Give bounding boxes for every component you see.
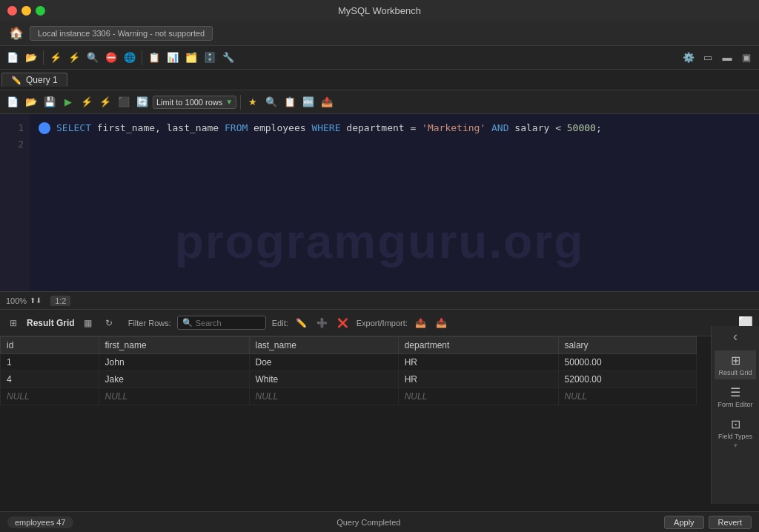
grid-view-icon[interactable]: ▦ <box>81 316 96 330</box>
query-run-line-icon[interactable]: ⚡ <box>97 94 113 110</box>
stop-icon[interactable]: ⛔ <box>103 50 119 66</box>
table-cell-first_name: John <box>99 354 249 371</box>
refresh-results-icon[interactable]: ↻ <box>102 316 116 330</box>
import-icon[interactable]: 📥 <box>434 316 449 330</box>
search-icon[interactable]: 🔍 <box>84 50 101 66</box>
revert-button[interactable]: Revert <box>709 516 752 529</box>
status-message: Query Completed <box>337 518 400 527</box>
zoom-control[interactable]: 100% ⬆⬇ <box>6 296 42 305</box>
limit-dropdown-label: Limit to 1000 rows <box>156 98 222 107</box>
table-header-row: id first_name last_name department salar… <box>1 337 697 354</box>
table-cell-salary: 52000.00 <box>558 371 696 388</box>
result-grid-icon[interactable]: ⊞ <box>6 316 21 330</box>
separator <box>43 50 44 65</box>
schema-icon[interactable]: 🌐 <box>122 50 138 66</box>
col-header-department[interactable]: department <box>398 337 558 354</box>
query-tab-bar: ✏️ Query 1 <box>0 70 759 90</box>
results-table-wrapper[interactable]: › id first_name last_name department sal… <box>0 336 759 492</box>
right-panel-result-grid[interactable]: ⊞ Result Grid <box>715 350 756 379</box>
export-icon[interactable]: 📤 <box>414 316 428 330</box>
col-header-first-name[interactable]: first_name <box>99 337 249 354</box>
kw-where: WHERE <box>311 120 340 136</box>
table-edit-icon[interactable]: 📊 <box>165 50 181 66</box>
view2-icon[interactable]: ▬ <box>719 50 735 66</box>
query-run-icon[interactable]: ▶ <box>60 94 76 110</box>
search-input[interactable] <box>196 319 262 327</box>
query-export-icon[interactable]: 📤 <box>319 94 335 110</box>
query-format-icon[interactable]: 🔤 <box>300 94 316 110</box>
table-row[interactable]: 4JakeWhiteHR52000.00 <box>1 371 697 388</box>
chevron-down-icon: ▾ <box>734 442 738 449</box>
execute-icon[interactable]: ⚡ <box>66 50 82 66</box>
right-panel-scroll-arrow[interactable]: ‹ <box>733 329 738 345</box>
minimize-button[interactable] <box>21 6 31 16</box>
edit-pencil-icon[interactable]: ✏️ <box>294 316 309 330</box>
home-icon[interactable]: 🏠 <box>6 23 27 44</box>
separator2 <box>142 50 142 65</box>
table-drop-icon[interactable]: 🗂️ <box>183 50 199 66</box>
query-explain-icon[interactable]: 📋 <box>282 94 298 110</box>
query-open-icon[interactable]: 📂 <box>23 94 39 110</box>
tools-icon[interactable]: 🔧 <box>220 50 236 66</box>
kw-select: SELECT <box>56 120 91 136</box>
table-row[interactable]: NULLNULLNULLNULLNULL <box>1 388 697 405</box>
maximize-button[interactable] <box>36 6 45 16</box>
col-header-salary[interactable]: salary <box>558 337 696 354</box>
table-badge[interactable]: employees 47 <box>7 516 73 528</box>
close-button[interactable] <box>7 6 17 16</box>
col-header-id[interactable]: id <box>1 337 99 354</box>
table-cell-last_name: Doe <box>249 354 398 371</box>
query-tab[interactable]: ✏️ Query 1 <box>1 73 67 87</box>
table-add-icon[interactable]: 📋 <box>146 50 162 66</box>
db-icon[interactable]: 🗄️ <box>202 50 218 66</box>
table-row[interactable]: 1JohnDoeHR50000.00 <box>1 354 697 371</box>
settings-icon[interactable]: ⚙️ <box>680 50 697 66</box>
query-save-icon[interactable]: 💾 <box>42 94 58 110</box>
query-star-icon[interactable]: ★ <box>245 94 261 110</box>
query-stop-icon[interactable]: ⬛ <box>116 94 132 110</box>
results-tbody: 1JohnDoeHR50000.004JakeWhiteHR52000.00NU… <box>1 354 697 405</box>
dropdown-arrow-icon: ▼ <box>225 98 233 106</box>
apply-button[interactable]: Apply <box>664 516 704 529</box>
table-cell-salary: NULL <box>558 388 696 405</box>
query-sep <box>240 95 241 110</box>
sql-table: employees <box>248 120 311 136</box>
right-panel-field-types[interactable]: ⊡ Field Types ▾ <box>715 414 756 452</box>
filter-rows-label: Filter Rows: <box>128 319 171 327</box>
search-wrapper[interactable]: 🔍 <box>177 316 266 330</box>
limit-dropdown[interactable]: Limit to 1000 rows ▼ <box>153 96 236 109</box>
table-cell-id: 4 <box>1 371 99 388</box>
edit-label: Edit: <box>272 319 288 327</box>
view3-icon[interactable]: ▣ <box>738 50 755 66</box>
code-area[interactable]: SELECT first_name, last_name FROM employ… <box>30 114 759 291</box>
col-header-last-name[interactable]: last_name <box>249 337 398 354</box>
sql-cond1-field: department = <box>341 120 422 136</box>
main-toolbar: 📄 📂 ⚡ ⚡ 🔍 ⛔ 🌐 📋 📊 🗂️ 🗄️ 🔧 ⚙️ ▭ ▬ ▣ <box>0 46 759 70</box>
cursor-position: 1:2 <box>50 296 70 306</box>
connection-tab[interactable]: Local instance 3306 - Warning - not supp… <box>30 26 213 41</box>
sql-cond1-val: 'Marketing' <box>422 120 485 136</box>
result-grid-panel-label: Result Grid <box>718 369 752 376</box>
edit-delete-icon[interactable]: ❌ <box>336 316 351 330</box>
query-new-icon[interactable]: 📄 <box>4 94 21 110</box>
right-panel-form-editor[interactable]: ☰ Form Editor <box>715 382 756 411</box>
table-cell-first_name: NULL <box>99 388 249 405</box>
query-search-icon[interactable]: 🔍 <box>263 94 279 110</box>
sql-line-2 <box>39 136 750 153</box>
result-grid-label: Result Grid <box>27 318 75 328</box>
query-refresh-icon[interactable]: 🔄 <box>134 94 150 110</box>
kw-and: AND <box>491 120 508 136</box>
editor-content: 1 2 SELECT first_name, last_name FROM em… <box>0 114 759 291</box>
view1-icon[interactable]: ▭ <box>700 50 716 66</box>
refresh-icon[interactable]: ⚡ <box>47 50 64 66</box>
open-file-icon[interactable]: 📂 <box>23 50 39 66</box>
editor-statusbar: 100% ⬆⬇ 1:2 <box>0 292 759 310</box>
table-cell-last_name: White <box>249 371 398 388</box>
edit-add-icon[interactable]: ➕ <box>315 316 330 330</box>
table-cell-id: 1 <box>1 354 99 371</box>
zoom-stepper-icon[interactable]: ⬆⬇ <box>30 296 42 305</box>
new-file-icon[interactable]: 📄 <box>4 50 21 66</box>
sql-editor[interactable]: 1 2 SELECT first_name, last_name FROM em… <box>0 114 759 292</box>
query-run-selected-icon[interactable]: ⚡ <box>79 94 95 110</box>
window-title: MySQL Workbench <box>338 5 421 16</box>
